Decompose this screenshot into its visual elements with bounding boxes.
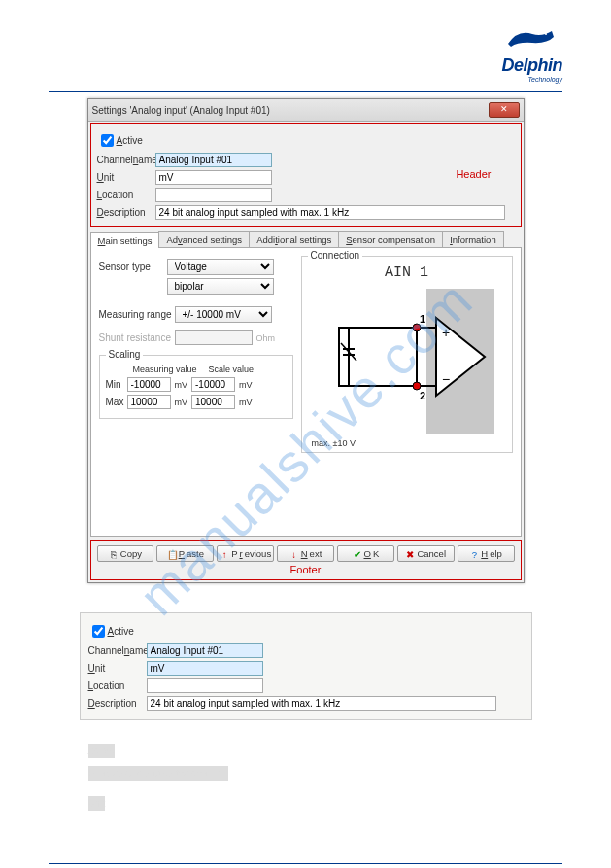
unit-label-2: Unit — [88, 663, 147, 674]
header-example: Active Channelname Unit Location Descrip… — [80, 612, 532, 720]
location-label-2: Location — [88, 680, 147, 691]
titlebar: Settings 'Analog input' (Analog Input #0… — [88, 99, 524, 122]
settings-dialog: Settings 'Analog input' (Analog Input #0… — [87, 98, 525, 583]
tab-body: Sensor typeVoltage bipolar Measuring ran… — [90, 248, 522, 537]
text-trailer: Active Enables or disables the channel. … — [88, 740, 524, 815]
connection-box: Connection AIN 1 — [301, 256, 513, 453]
description-label-2: Description — [88, 698, 147, 709]
svg-point-10 — [413, 382, 421, 390]
scale-value-col: Scale value — [209, 365, 255, 374]
redacted-text-1: Enables or disables the channel. — [88, 766, 229, 781]
header-annotation: Header — [456, 168, 491, 180]
active-checkbox-2[interactable] — [92, 625, 105, 638]
help-button[interactable]: ?Help — [458, 545, 515, 562]
dialog-title: Settings 'Analog input' (Analog Input #0… — [92, 105, 489, 116]
channelname-input[interactable] — [155, 153, 272, 167]
previous-button[interactable]: ↑Previous — [217, 545, 274, 562]
cancel-button[interactable]: ✖Cancel — [397, 545, 455, 562]
unit-input-2[interactable] — [147, 661, 263, 676]
channelname-label-2: Channelname — [88, 645, 147, 656]
footer-annotation: Footer — [97, 562, 515, 575]
tab-additional-settings[interactable]: Additional settings — [249, 231, 339, 247]
location-input[interactable] — [155, 188, 272, 202]
paste-icon: 📋 — [167, 549, 177, 559]
scaling-fieldset: Scaling Measuring valueScale value MinmV… — [99, 355, 293, 419]
channelname-label: Channelname — [97, 155, 155, 165]
svg-point-0 — [545, 33, 547, 35]
connection-legend: Connection — [308, 250, 363, 260]
location-label: Location — [97, 190, 155, 200]
help-icon: ? — [469, 549, 479, 559]
tab-bar: Main settings Advanced settings Addition… — [90, 231, 522, 248]
sensor-type-label: Sensor type — [99, 261, 167, 272]
active-checkbox[interactable] — [101, 134, 114, 147]
description-label: Description — [97, 207, 155, 218]
description-input-2[interactable] — [147, 696, 496, 711]
shunt-label: Shunt resistance — [99, 332, 175, 343]
svg-text:1: 1 — [420, 313, 425, 325]
location-input-2[interactable] — [147, 678, 263, 693]
min-measuring-input[interactable] — [127, 377, 171, 392]
connection-note: max. ±10 V — [306, 438, 508, 448]
tab-main-settings[interactable]: Main settings — [90, 232, 160, 248]
ok-button[interactable]: ✔OK — [337, 545, 394, 562]
svg-rect-2 — [339, 328, 417, 386]
close-button[interactable]: ✕ — [489, 102, 520, 118]
polarity-select[interactable]: bipolar — [167, 278, 274, 295]
active-label-2: Active — [108, 626, 134, 637]
copy-button[interactable]: ⎘Copy — [97, 545, 154, 562]
svg-text:−: − — [442, 371, 450, 387]
unit-input[interactable] — [155, 170, 272, 185]
arrow-up-icon: ↑ — [220, 549, 229, 559]
min-scale-input[interactable] — [191, 377, 235, 392]
svg-text:+: + — [442, 325, 450, 340]
connection-title: AIN 1 — [306, 264, 508, 281]
footer-section: ⎘Copy 📋Paste ↑Previous ↓Next ✔OK ✖Cancel… — [90, 540, 522, 580]
redacted-title-3: Unit — [88, 796, 106, 811]
next-button[interactable]: ↓Next — [277, 545, 334, 562]
copy-icon: ⎘ — [109, 549, 119, 559]
svg-text:2: 2 — [420, 390, 425, 401]
shunt-input — [175, 330, 253, 345]
svg-point-9 — [413, 324, 421, 331]
paste-button[interactable]: 📋Paste — [156, 545, 214, 562]
channelname-input-2[interactable] — [147, 643, 263, 658]
measuring-value-col: Measuring value — [133, 365, 209, 374]
cross-icon: ✖ — [405, 549, 415, 559]
divider — [49, 91, 562, 92]
divider-bottom — [49, 863, 562, 864]
sensor-type-select[interactable]: Voltage — [167, 259, 274, 275]
header-section: Header Active Channelname Unit Location … — [90, 123, 522, 227]
tab-information[interactable]: Information — [442, 231, 504, 247]
measuring-range-select[interactable]: +/- 10000 mV — [175, 306, 272, 323]
arrow-down-icon: ↓ — [289, 549, 299, 559]
measuring-range-label: Measuring range — [99, 309, 175, 320]
unit-label: Unit — [97, 172, 155, 183]
active-label: Active — [117, 135, 143, 146]
min-label: Min — [106, 379, 127, 390]
tab-sensor-compensation[interactable]: Sensor compensation — [338, 231, 443, 247]
tab-advanced-settings[interactable]: Advanced settings — [158, 231, 250, 247]
scaling-legend: Scaling — [106, 349, 144, 360]
wiring-diagram: 1 2 + − — [306, 289, 508, 434]
logo: Delphin Technology — [49, 19, 562, 84]
description-input[interactable] — [155, 205, 505, 220]
max-measuring-input[interactable] — [127, 395, 171, 409]
max-scale-input[interactable] — [191, 395, 235, 409]
redacted-title-1: Active — [88, 744, 115, 758]
check-icon: ✔ — [353, 549, 362, 559]
max-label: Max — [106, 397, 127, 407]
